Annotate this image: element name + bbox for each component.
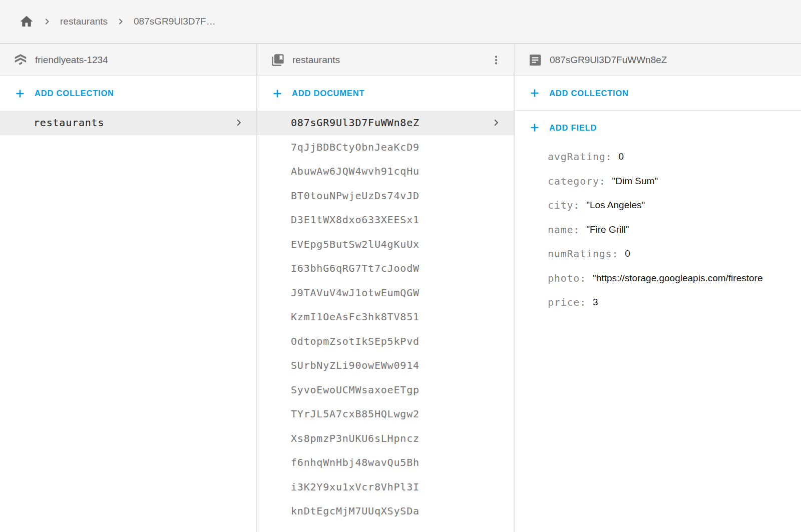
document-row[interactable]: J9TAVuV4wJ1otwEumQGW: [257, 281, 514, 305]
document-row-label: KzmI1OeAsFc3hk8TV851: [291, 311, 420, 323]
field-row-price[interactable]: price:3: [515, 290, 801, 315]
document-row-label: f6nhqWnHbj48wavQu5Bh: [291, 456, 420, 468]
field-value: "Dim Sum": [612, 176, 658, 187]
document-row[interactable]: SUrbNyZLi90owEWw0914: [257, 353, 514, 378]
document-row[interactable]: 087sGR9Ul3D7FuWWn8eZ: [257, 111, 514, 135]
document-row-label: Xs8pmzP3nUKU6sLHpncz: [291, 432, 420, 444]
field-key: price:: [548, 296, 586, 308]
document-row-label: 087sGR9Ul3D7FuWWn8eZ: [291, 117, 420, 129]
field-key: avgRating:: [548, 151, 612, 163]
chevron-right-icon: [490, 116, 503, 129]
document-row-label: AbuwAw6JQW4wvh91cqHu: [291, 165, 420, 177]
panel-container: friendlyeats-1234 ADD COLLECTION restaur…: [0, 44, 801, 532]
document-row[interactable]: BT0touNPwjeUzDs74vJD: [257, 184, 514, 208]
add-collection-button[interactable]: ADD COLLECTION: [515, 76, 801, 111]
field-value: "Los Angeles": [586, 200, 645, 211]
document-row[interactable]: Xs8pmzP3nUKU6sLHpncz: [257, 426, 514, 451]
document-list: 087sGR9Ul3D7FuWWn8eZ7qJjBDBCtyObnJeaKcD9…: [257, 111, 514, 523]
add-collection-button[interactable]: ADD COLLECTION: [0, 76, 256, 111]
document-row[interactable]: OdtopmZsotIkSEp5kPvd: [257, 329, 514, 354]
field-key: photo:: [548, 272, 586, 284]
document-row-label: EVEpg5ButSw2lU4gKuUx: [291, 238, 420, 250]
document-row-label: 7qJjBDBCtyObnJeaKcD9: [291, 141, 420, 153]
document-row[interactable]: KzmI1OeAsFc3hk8TV851: [257, 305, 514, 329]
home-icon[interactable]: [19, 14, 34, 29]
field-row-name[interactable]: name:"Fire Grill": [515, 218, 801, 242]
document-row-label: TYrJL5A7cxB85HQLwgw2: [291, 408, 420, 420]
collection-row[interactable]: restaurants: [0, 111, 256, 135]
document-row-label: i3K2Y9xu1xVcr8VhPl3I: [291, 481, 420, 493]
document-row-label: SyvoEwoUCMWsaxoeETgp: [291, 384, 420, 396]
kebab-menu-icon[interactable]: [488, 52, 505, 69]
field-row-photo[interactable]: photo:"https://storage.googleapis.com/fi…: [515, 266, 801, 291]
plus-icon: [14, 88, 26, 100]
firestore-icon: [13, 53, 28, 68]
field-row-numRatings[interactable]: numRatings:0: [515, 242, 801, 266]
field-value: "Fire Grill": [586, 224, 629, 235]
field-value: "https://storage.googleapis.com/firestor…: [593, 273, 762, 284]
document-row-label: knDtEgcMjM7UUqXSySDa: [291, 505, 420, 517]
field-value: 0: [618, 151, 624, 162]
add-field-button[interactable]: ADD FIELD: [515, 111, 801, 145]
field-list: avgRating:0category:"Dim Sum"city:"Los A…: [515, 145, 801, 315]
field-value: 0: [625, 248, 630, 259]
collection-list: restaurants: [0, 111, 256, 135]
field-row-city[interactable]: city:"Los Angeles": [515, 193, 801, 218]
collections-panel: friendlyeats-1234 ADD COLLECTION restaur…: [0, 44, 257, 532]
collection-icon: [270, 53, 285, 68]
field-key: city:: [548, 199, 580, 211]
document-row-label: I63bhG6qRG7Tt7cJoodW: [291, 262, 420, 274]
document-header: 087sGR9Ul3D7FuWWn8eZ: [515, 44, 801, 76]
document-row[interactable]: TYrJL5A7cxB85HQLwgw2: [257, 402, 514, 426]
document-row[interactable]: SyvoEwoUCMWsaxoeETgp: [257, 378, 514, 402]
field-key: name:: [548, 224, 580, 236]
field-row-category[interactable]: category:"Dim Sum": [515, 169, 801, 194]
document-title: 087sGR9Ul3D7FuWWn8eZ: [550, 55, 667, 66]
breadcrumb: restaurants 087sGR9Ul3D7F…: [0, 0, 801, 44]
plus-icon: [271, 88, 283, 100]
document-row[interactable]: D3E1tWX8dxo633XEESx1: [257, 208, 514, 232]
document-row-label: OdtopmZsotIkSEp5kPvd: [291, 335, 420, 347]
field-row-avgRating[interactable]: avgRating:0: [515, 145, 801, 169]
collection-row-label: restaurants: [34, 117, 104, 129]
chevron-right-icon: [232, 116, 245, 129]
fields-panel: 087sGR9Ul3D7FuWWn8eZ ADD COLLECTION ADD …: [515, 44, 801, 532]
document-row[interactable]: EVEpg5ButSw2lU4gKuUx: [257, 232, 514, 257]
document-row[interactable]: i3K2Y9xu1xVcr8VhPl3I: [257, 475, 514, 499]
breadcrumb-item-document: 087sGR9Ul3D7F…: [134, 16, 216, 27]
documents-panel: restaurants ADD DOCUMENT 087sGR9Ul3D7FuW…: [257, 44, 515, 532]
collection-title: restaurants: [292, 55, 340, 66]
document-row-label: D3E1tWX8dxo633XEESx1: [291, 214, 420, 226]
document-row-label: SUrbNyZLi90owEWw0914: [291, 359, 420, 371]
field-key: category:: [548, 175, 606, 187]
plus-icon: [529, 122, 541, 134]
breadcrumb-item-collection[interactable]: restaurants: [60, 16, 108, 27]
collection-header: restaurants: [257, 44, 514, 76]
add-document-button[interactable]: ADD DOCUMENT: [257, 76, 514, 111]
document-row[interactable]: f6nhqWnHbj48wavQu5Bh: [257, 450, 514, 475]
document-row[interactable]: 7qJjBDBCtyObnJeaKcD9: [257, 135, 514, 160]
field-key: numRatings:: [548, 248, 618, 260]
document-row[interactable]: I63bhG6qRG7Tt7cJoodW: [257, 256, 514, 281]
document-row-label: J9TAVuV4wJ1otwEumQGW: [291, 287, 420, 299]
document-row[interactable]: knDtEgcMjM7UUqXSySDa: [257, 499, 514, 523]
document-icon: [528, 53, 543, 68]
chevron-right-icon: [41, 16, 53, 28]
document-row-label: BT0touNPwjeUzDs74vJD: [291, 190, 420, 202]
field-value: 3: [593, 297, 598, 308]
plus-icon: [529, 87, 541, 99]
project-title: friendlyeats-1234: [35, 55, 108, 66]
document-row[interactable]: AbuwAw6JQW4wvh91cqHu: [257, 159, 514, 184]
firestore-console: restaurants 087sGR9Ul3D7F… friendlyeats-…: [0, 0, 801, 532]
chevron-right-icon: [115, 16, 127, 28]
project-header: friendlyeats-1234: [0, 44, 256, 76]
